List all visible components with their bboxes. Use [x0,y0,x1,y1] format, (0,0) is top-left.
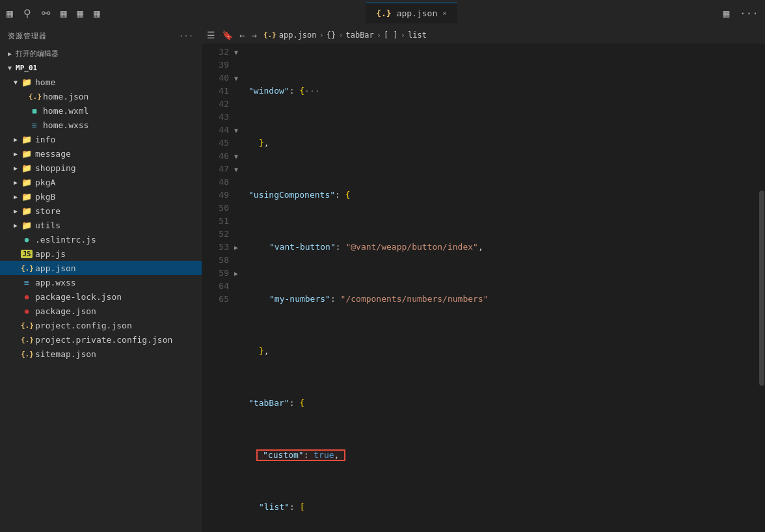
fold-40[interactable]: ▼ [234,72,246,85]
breadcrumb-list[interactable]: list [408,31,427,40]
tree-item-store[interactable]: ▶ 📁 store [0,204,202,218]
ln-50: 50 [207,202,229,215]
appwxss-icon: ≡ [21,278,33,287]
tree-item-project-private[interactable]: {.} project.private.config.json [0,332,202,347]
fold-arrows-column: ▼ ▼ ▼ ▼ ▼ ▶ ▶ [234,44,246,532]
ln-52: 52 [207,228,229,241]
breadcrumb-appjson[interactable]: app.json [279,31,317,40]
sidebar-more-button[interactable]: ··· [179,32,194,40]
tree-item-package[interactable]: ● package.json [0,304,202,318]
editor-area: ☰ 🔖 ← → {.} app.json › {} › tabBar › [ ]… [202,26,765,532]
home-wxml-label: home.wxml [43,106,88,116]
appwxss-label: app.wxss [35,278,76,287]
main-layout: 资源管理器 ··· ▶ 打开的编辑器 ▼ MP_01 ▼ 📁 home {.} … [0,26,765,532]
copy-icon[interactable]: ▦ [7,7,13,20]
proj-private-label: project.private.config.json [35,335,172,345]
sidebar-header: 资源管理器 ··· [0,26,202,46]
tree-item-appjson[interactable]: {.} app.json [0,261,202,275]
eslintrc-label: .eslintrc.js [35,235,96,245]
shopping-icon: 📁 [21,163,33,173]
home-folder-arrow: ▼ [10,79,21,86]
layout-icon[interactable]: ▦ [723,7,729,20]
shopping-arrow: ▶ [10,165,21,172]
tree-item-utils[interactable]: ▶ 📁 utils [0,218,202,232]
tree-item-package-lock[interactable]: ● package-lock.json [0,289,202,304]
tree-item-home-wxml[interactable]: ■ home.wxml [0,103,202,118]
hamburger-icon[interactable]: ☰ [207,30,215,40]
sitemap-icon: {.} [21,350,33,358]
code-line-42: "my-numbers": "/components/numbers/numbe… [246,293,758,306]
tree-item-pkgA[interactable]: ▶ 📁 pkgA [0,175,202,189]
tree-item-shopping[interactable]: ▶ 📁 shopping [0,161,202,175]
message-icon: 📁 [21,149,33,159]
tree-item-message[interactable]: ▶ 📁 message [0,146,202,161]
title-bar-right: ▦ ··· [723,7,758,20]
search-icon[interactable]: ⚲ [23,7,31,20]
mp01-arrow: ▼ [8,64,12,72]
bookmark-icon[interactable]: 🔖 [222,30,233,40]
tree-item-home-json[interactable]: {.} home.json [0,89,202,103]
fold-46[interactable]: ▼ [234,150,246,163]
pkg-label: package.json [35,306,96,316]
tab-area: {.} app.json × [108,3,716,23]
home-json-label: home.json [43,92,88,101]
ln-49: 49 [207,189,229,202]
home-folder-icon: 📁 [21,77,33,87]
tree-item-project-config[interactable]: {.} project.config.json [0,318,202,332]
back-icon[interactable]: ← [239,30,245,40]
breadcrumb-tabbar[interactable]: tabBar [345,31,373,40]
ln-43: 43 [207,111,229,124]
proj-config-label: project.config.json [35,321,132,330]
proj-config-icon: {.} [21,321,33,330]
split-icon[interactable]: ▦ [60,7,67,20]
utils-arrow: ▶ [10,222,21,229]
mp01-section[interactable]: ▼ MP_01 [0,61,202,75]
tree-item-info[interactable]: ▶ 📁 info [0,132,202,146]
ln-42: 42 [207,98,229,111]
fold-44[interactable]: ▼ [234,124,246,137]
tree-item-pkgB[interactable]: ▶ 📁 pkgB [0,189,202,204]
info-arrow: ▶ [10,136,21,143]
scrollbar-thumb[interactable] [759,191,764,386]
docker-icon[interactable]: ▦ [94,7,100,20]
scrollbar-track[interactable] [758,44,765,532]
ln-32: 32 [207,46,229,59]
editor-toolbar: ☰ 🔖 ← → {.} app.json › {} › tabBar › [ ]… [202,26,765,44]
breadcrumb-bracket[interactable]: [ ] [384,31,398,40]
tree-item-eslintrc[interactable]: ● .eslintrc.js [0,232,202,246]
tree-item-home-folder[interactable]: ▼ 📁 home [0,75,202,89]
appjs-icon: JS [21,250,33,258]
ln-44: 44 [207,124,229,137]
breadcrumb-braces[interactable]: {} [327,31,336,40]
tree-item-appjs[interactable]: JS app.js [0,246,202,261]
app-json-tab[interactable]: {.} app.json × [366,3,457,23]
fold-32[interactable]: ▼ [234,46,246,59]
mp01-label: MP_01 [16,64,37,72]
tab-close-button[interactable]: × [442,9,447,18]
pkgA-arrow: ▶ [10,179,21,186]
home-wxss-label: home.wxss [43,120,88,130]
terminal-icon[interactable]: ▦ [77,7,83,20]
tree-item-appwxss[interactable]: ≡ app.wxss [0,275,202,289]
info-label: info [35,135,55,144]
tree-item-sitemap[interactable]: {.} sitemap.json [0,347,202,361]
proj-private-icon: {.} [21,336,33,344]
code-line-32: "window": {··· [246,85,758,98]
pkg-lock-label: package-lock.json [35,292,122,302]
fold-59[interactable]: ▶ [234,267,246,280]
sitemap-label: sitemap.json [35,349,96,359]
more-icon[interactable]: ··· [740,7,758,20]
open-editors-section[interactable]: ▶ 打开的编辑器 [0,46,202,61]
appjs-label: app.js [35,249,66,259]
code-line-44: "tabBar": { [246,397,758,410]
tree-item-home-wxss[interactable]: ≡ home.wxss [0,118,202,132]
fold-53[interactable]: ▶ [234,241,246,254]
appjson-label: app.json [35,263,76,273]
utils-icon: 📁 [21,220,33,230]
source-control-icon[interactable]: ⚯ [42,7,50,20]
forward-icon[interactable]: → [251,30,256,40]
code-editor[interactable]: 32 39 40 41 42 43 44 45 46 47 48 49 50 5… [202,44,765,532]
open-editors-arrow: ▶ [8,50,12,57]
fold-47[interactable]: ▼ [234,163,246,176]
ln-58: 58 [207,254,229,267]
